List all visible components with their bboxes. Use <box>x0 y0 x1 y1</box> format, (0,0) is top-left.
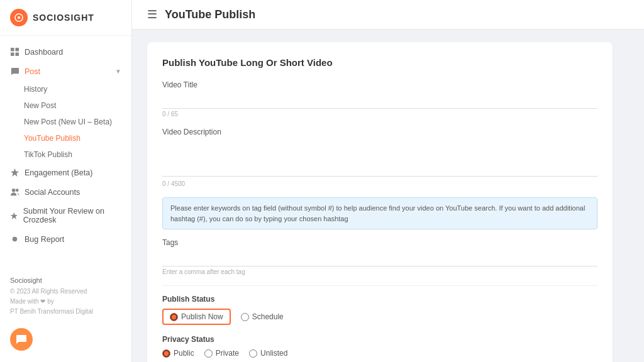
main-content: ☰ YouTube Publish Publish YouTube Long O… <box>132 0 644 362</box>
message-icon <box>10 67 19 76</box>
sidebar-item-post-label: Post <box>25 67 40 76</box>
svg-point-8 <box>16 189 19 192</box>
schedule-radio[interactable] <box>241 313 249 321</box>
engagement-icon <box>10 168 19 177</box>
privacy-unlisted-radio[interactable] <box>249 349 257 358</box>
publish-now-label: Publish Now <box>181 312 223 321</box>
svg-rect-3 <box>15 48 19 52</box>
sidebar-item-dashboard[interactable]: Dashboard <box>0 42 131 62</box>
post-chevron-icon: ▼ <box>115 68 121 75</box>
video-description-group: Video Description 0 / 4500 <box>162 128 597 187</box>
svg-rect-2 <box>11 48 14 52</box>
publish-status-group: Publish Status Publish Now Schedule <box>162 295 597 325</box>
privacy-public-radio[interactable] <box>162 349 170 358</box>
divider-1 <box>162 285 597 286</box>
tags-input[interactable] <box>162 250 597 266</box>
video-title-input[interactable] <box>162 92 597 109</box>
video-desc-char-count: 0 / 4500 <box>162 180 597 187</box>
sidebar-item-engagement[interactable]: Engagement (Beta) <box>0 163 131 182</box>
publish-now-option[interactable]: Publish Now <box>170 312 223 321</box>
privacy-private-label: Private <box>216 349 239 358</box>
sidebar-logo: SOCIOSIGHT <box>0 0 131 36</box>
privacy-unlisted-label: Unlisted <box>260 349 287 358</box>
publish-now-box: Publish Now <box>162 309 231 325</box>
footer-company: PT Benih Transformasi Digital <box>10 307 121 317</box>
form-card: Publish YouTube Long Or Short Video Vide… <box>147 42 613 362</box>
privacy-public-option[interactable]: Public <box>162 349 194 358</box>
sidebar-item-review[interactable]: Submit Your Review on Crozdesk <box>0 202 131 229</box>
sidebar-item-dashboard-label: Dashboard <box>25 48 63 57</box>
users-icon <box>10 187 19 197</box>
sidebar: SOCIOSIGHT Dashboard Post ▼ History New … <box>0 0 132 362</box>
tags-info-box: Please enter keywords on tag field (with… <box>162 197 597 229</box>
review-star-icon <box>10 211 18 221</box>
privacy-private-radio[interactable] <box>204 349 213 358</box>
tags-group: Tags Enter a comma after each tag <box>162 238 597 275</box>
video-title-group: Video Title 0 / 65 <box>162 80 597 118</box>
logo-text: SOCIOSIGHT <box>33 13 94 23</box>
schedule-option[interactable]: Schedule <box>241 312 284 321</box>
svg-point-7 <box>12 189 16 192</box>
sidebar-item-history[interactable]: History <box>0 81 131 97</box>
bug-icon <box>10 234 19 244</box>
privacy-options: Public Private Unlisted <box>162 349 597 358</box>
grid-icon <box>10 47 19 57</box>
form-card-title: Publish YouTube Long Or Short Video <box>162 57 597 68</box>
tags-label: Tags <box>162 238 597 247</box>
top-header: ☰ YouTube Publish <box>132 0 644 30</box>
post-subnav: History New Post New Post (New UI – Beta… <box>0 81 131 163</box>
sidebar-item-engagement-label: Engagement (Beta) <box>25 168 92 177</box>
footer-made-with: Made with ❤ by <box>10 297 121 307</box>
sidebar-item-post[interactable]: Post ▼ <box>0 62 131 81</box>
video-description-label: Video Description <box>162 128 597 136</box>
svg-rect-5 <box>15 52 19 56</box>
sidebar-item-new-post[interactable]: New Post <box>0 97 131 114</box>
sidebar-item-youtube-publish[interactable]: YouTube Publish <box>0 130 131 146</box>
sidebar-item-social-accounts[interactable]: Social Accounts <box>0 182 131 202</box>
publish-status-label: Publish Status <box>162 295 597 304</box>
privacy-unlisted-option[interactable]: Unlisted <box>249 349 287 358</box>
privacy-status-label: Privacy Status <box>162 335 597 344</box>
sidebar-footer: Sociosight © 2023 All Rights Reserved Ma… <box>0 269 131 323</box>
sidebar-item-tiktok-publish[interactable]: TikTok Publish <box>0 146 131 163</box>
sidebar-item-bug-report[interactable]: Bug Report <box>0 229 131 249</box>
svg-point-10 <box>13 237 18 242</box>
sidebar-item-new-post-beta[interactable]: New Post (New UI – Beta) <box>0 114 131 130</box>
hamburger-icon[interactable]: ☰ <box>147 8 157 21</box>
svg-rect-4 <box>11 52 14 56</box>
schedule-label: Schedule <box>252 312 284 321</box>
video-title-char-count: 0 / 65 <box>162 111 597 118</box>
content-area: Publish YouTube Long Or Short Video Vide… <box>132 30 644 362</box>
footer-copyright: © 2023 All Rights Reserved <box>10 287 121 297</box>
page-title: YouTube Publish <box>165 8 255 21</box>
svg-point-1 <box>18 16 20 19</box>
sidebar-item-social-accounts-label: Social Accounts <box>25 188 80 197</box>
tags-hint: Enter a comma after each tag <box>162 268 597 275</box>
svg-marker-6 <box>11 168 19 177</box>
sidebar-item-bug-report-label: Bug Report <box>25 235 64 244</box>
sidebar-navigation: Dashboard Post ▼ History New Post New Po… <box>0 36 131 269</box>
publish-now-radio[interactable] <box>170 313 178 321</box>
privacy-status-group: Privacy Status Public Private Unliste <box>162 335 597 358</box>
sidebar-item-review-label: Submit Your Review on Crozdesk <box>23 207 121 224</box>
publish-status-options: Publish Now Schedule <box>162 309 597 325</box>
svg-marker-9 <box>11 212 18 219</box>
logo-icon <box>10 9 28 26</box>
chat-button[interactable] <box>10 328 33 351</box>
video-description-input[interactable] <box>162 139 597 177</box>
video-title-label: Video Title <box>162 80 597 89</box>
chat-icon <box>16 334 27 345</box>
footer-brand: Sociosight <box>10 275 121 287</box>
privacy-public-label: Public <box>174 349 194 358</box>
privacy-private-option[interactable]: Private <box>204 349 239 358</box>
